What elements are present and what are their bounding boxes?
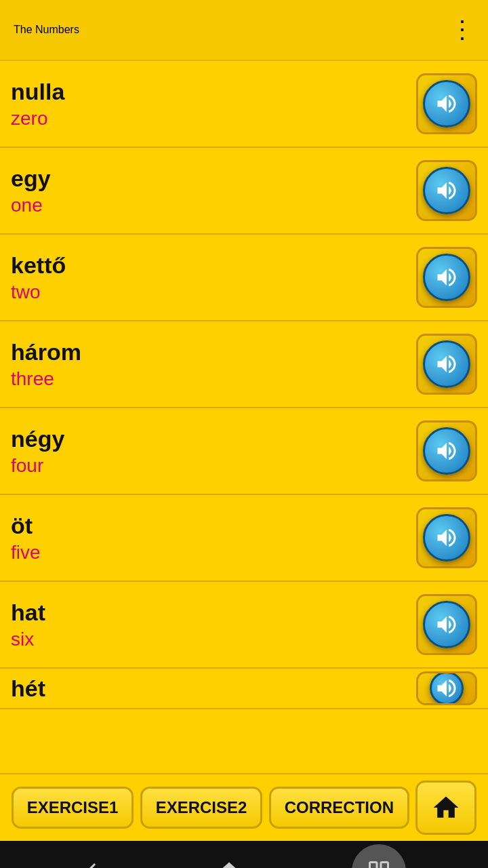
speaker-icon xyxy=(434,612,459,637)
vocab-word: hét xyxy=(11,675,45,702)
vocab-text: négy four xyxy=(11,426,64,477)
nav-home-button[interactable] xyxy=(217,859,241,868)
exercise2-button[interactable]: EXERCISE2 xyxy=(140,787,263,829)
more-icon[interactable]: ⋮ xyxy=(450,16,474,44)
vocab-translation: four xyxy=(11,455,64,477)
speaker-icon xyxy=(434,178,459,203)
audio-btn-inner xyxy=(423,340,470,388)
speaker-icon xyxy=(434,439,459,463)
audio-btn-inner xyxy=(423,167,470,214)
vocab-translation: six xyxy=(11,629,45,650)
vocab-text: nulla zero xyxy=(11,79,64,130)
vocab-word: kettő xyxy=(11,252,66,279)
audio-button[interactable] xyxy=(416,594,477,655)
svg-rect-1 xyxy=(381,863,388,869)
vocab-text: hat six xyxy=(11,599,45,650)
audio-button[interactable] xyxy=(416,334,477,395)
audio-button[interactable] xyxy=(416,507,477,568)
vocab-row: három three xyxy=(0,321,488,408)
home-icon xyxy=(431,793,461,823)
action-bar: EXERCISE1 EXERCISE2 CORRECTION xyxy=(0,773,488,841)
audio-btn-inner xyxy=(423,601,470,648)
vocab-row: öt five xyxy=(0,495,488,582)
vocab-text: egy one xyxy=(11,165,51,216)
vocab-translation: two xyxy=(11,281,66,303)
vocab-row: kettő two xyxy=(0,235,488,321)
audio-btn-inner xyxy=(423,427,470,475)
vocab-translation: one xyxy=(11,195,51,216)
correction-button[interactable]: CORRECTION xyxy=(269,787,409,829)
svg-rect-0 xyxy=(369,863,377,869)
audio-button[interactable] xyxy=(416,160,477,221)
back-icon xyxy=(82,859,106,868)
speaker-icon xyxy=(434,676,459,701)
vocab-translation: five xyxy=(11,542,41,564)
audio-btn-inner xyxy=(423,514,470,561)
audio-btn-inner xyxy=(423,254,470,301)
vocab-translation: three xyxy=(11,368,81,390)
vocab-row: egy one xyxy=(0,148,488,235)
exercise1-button[interactable]: EXERCISE1 xyxy=(12,787,134,829)
home-button[interactable] xyxy=(415,781,476,835)
vocab-row: hét xyxy=(0,669,488,709)
vocab-row: hat six xyxy=(0,582,488,669)
vocab-row: négy four xyxy=(0,408,488,495)
vocab-word: négy xyxy=(11,426,64,452)
vocab-translation: zero xyxy=(11,108,64,130)
content-area: nulla zero egy one xyxy=(0,61,488,773)
audio-button[interactable] xyxy=(416,73,477,134)
audio-button[interactable] xyxy=(416,247,477,308)
recents-button[interactable] xyxy=(352,844,406,868)
speaker-icon xyxy=(434,265,459,290)
audio-button[interactable] xyxy=(416,671,477,705)
nav-home-icon xyxy=(217,859,241,868)
vocab-text: hét xyxy=(11,675,45,702)
app-title: The Numbers xyxy=(14,24,79,36)
vocab-word: hat xyxy=(11,599,45,626)
vocab-word: egy xyxy=(11,165,51,192)
audio-button[interactable] xyxy=(416,420,477,481)
recents-icon xyxy=(367,859,391,868)
back-button[interactable] xyxy=(82,859,106,868)
audio-btn-inner xyxy=(423,80,470,127)
speaker-icon xyxy=(434,352,459,376)
audio-btn-inner xyxy=(430,671,464,705)
vocab-row: nulla zero xyxy=(0,61,488,148)
vocab-text: öt five xyxy=(11,513,41,564)
speaker-icon xyxy=(434,526,459,550)
top-bar: The Numbers ⋮ xyxy=(0,0,488,61)
vocab-word: három xyxy=(11,339,81,366)
speaker-icon xyxy=(434,92,459,116)
nav-bar xyxy=(0,841,488,868)
vocab-text: kettő two xyxy=(11,252,66,303)
vocab-text: három three xyxy=(11,339,81,390)
vocab-word: öt xyxy=(11,513,41,539)
vocab-word: nulla xyxy=(11,79,64,105)
